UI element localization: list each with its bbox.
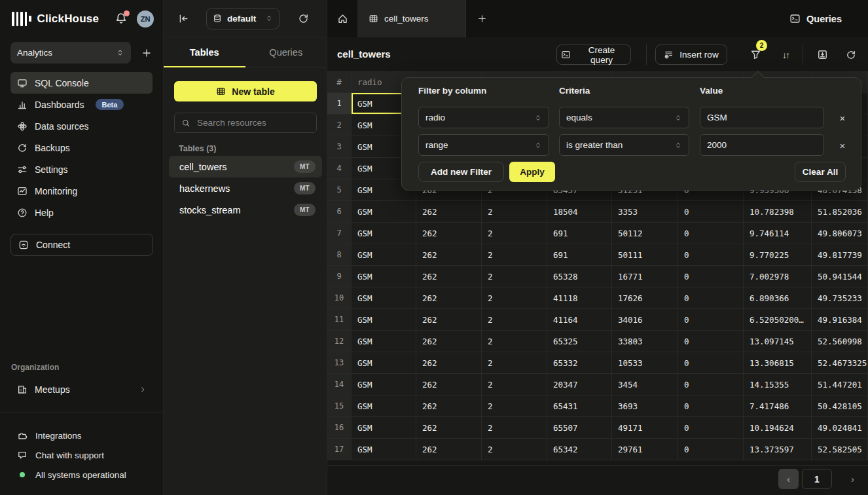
table-cell[interactable]: 49.806073	[812, 223, 868, 244]
table-cell[interactable]: 41164	[547, 309, 612, 331]
table-cell[interactable]: 50.941544	[812, 266, 868, 287]
table-cell[interactable]: 3353	[612, 201, 678, 223]
table-cell[interactable]: 9.770225	[744, 244, 812, 266]
table-cell[interactable]: 10.194624	[744, 417, 812, 439]
table-cell[interactable]: 52.560998	[812, 331, 868, 352]
table-cell[interactable]: 0	[678, 352, 744, 374]
sidebar-item-meetups[interactable]: Meetups	[10, 378, 153, 401]
table-cell[interactable]: 50.428105	[812, 395, 868, 417]
table-cell[interactable]: 262	[416, 266, 482, 287]
search-resources-input[interactable]	[196, 117, 310, 128]
clear-filters-button[interactable]: Clear All	[795, 162, 846, 182]
table-list-item-hackernews[interactable]: hackernewsMT	[169, 177, 322, 199]
add-workspace-button[interactable]	[141, 48, 152, 58]
table-cell[interactable]: 0	[678, 417, 744, 439]
table-cell[interactable]: 50112	[612, 223, 678, 244]
table-cell[interactable]: 2	[482, 395, 547, 417]
avatar[interactable]: ZN	[137, 10, 154, 28]
new-table-button[interactable]: New table	[174, 81, 317, 101]
table-cell[interactable]: 2	[482, 266, 547, 287]
table-cell[interactable]: 65332	[547, 352, 612, 374]
database-select[interactable]: default	[206, 8, 280, 29]
table-cell[interactable]: 6.890366	[744, 287, 812, 309]
table-cell[interactable]: 52.4673325	[812, 352, 868, 374]
tab-cell-towers[interactable]: cell_towers	[358, 0, 466, 37]
table-cell[interactable]: 262	[416, 287, 482, 309]
sidebar-item-monitoring[interactable]: Monitoring	[10, 180, 153, 202]
table-cell[interactable]: 14.15355	[744, 374, 812, 395]
table-cell[interactable]: 2	[482, 439, 547, 460]
table-cell[interactable]: 13.373597	[744, 439, 812, 460]
table-cell[interactable]: 49.817739	[812, 244, 868, 266]
table-cell[interactable]: 65431	[547, 395, 612, 417]
table-cell[interactable]: 17626	[612, 287, 678, 309]
filter-column-select[interactable]: radio	[418, 107, 549, 128]
sidebar-item-all-systems-operational[interactable]: All systems operational	[10, 465, 153, 485]
table-cell[interactable]: 262	[416, 201, 482, 223]
download-button[interactable]	[812, 45, 833, 65]
table-cell[interactable]: 2	[482, 201, 547, 223]
sidebar-item-backups[interactable]: Backups	[10, 137, 153, 158]
table-list-item-cell_towers[interactable]: cell_towersMT	[169, 156, 322, 177]
home-tab[interactable]	[327, 0, 358, 37]
table-cell[interactable]: 691	[547, 244, 612, 266]
table-cell[interactable]: 262	[416, 374, 482, 395]
tab-tables[interactable]: Tables	[164, 37, 245, 67]
table-cell[interactable]: 262	[416, 223, 482, 244]
table-cell[interactable]: 49.735233	[812, 287, 868, 309]
table-cell[interactable]: 3454	[612, 374, 678, 395]
table-cell[interactable]: 262	[416, 309, 482, 331]
table-cell[interactable]: GSM	[352, 374, 416, 395]
table-cell[interactable]: 20347	[547, 374, 612, 395]
apply-filters-button[interactable]: Apply	[509, 162, 555, 182]
table-cell[interactable]: 2	[482, 287, 547, 309]
remove-filter-button[interactable]: ×	[835, 138, 850, 153]
create-query-button[interactable]: Create query	[556, 45, 631, 65]
table-cell[interactable]: 51.852036	[812, 201, 868, 223]
collapse-panel-icon[interactable]	[178, 13, 189, 24]
table-cell[interactable]: 65328	[547, 266, 612, 287]
table-cell[interactable]: 0	[678, 331, 744, 352]
table-cell[interactable]: 691	[547, 223, 612, 244]
refresh-data-button[interactable]	[841, 45, 861, 65]
insert-row-button[interactable]: Insert row	[655, 45, 727, 65]
table-cell[interactable]: 13.097145	[744, 331, 812, 352]
table-cell[interactable]: GSM	[352, 287, 416, 309]
table-cell[interactable]: 6.52050200…	[744, 309, 812, 331]
table-cell[interactable]: 0	[678, 395, 744, 417]
table-cell[interactable]: 9.746114	[744, 223, 812, 244]
remove-filter-button[interactable]: ×	[835, 111, 850, 125]
table-cell[interactable]: 65342	[547, 439, 612, 460]
table-cell[interactable]: 29761	[612, 439, 678, 460]
refresh-tables-icon[interactable]	[298, 13, 309, 24]
table-cell[interactable]: 10533	[612, 352, 678, 374]
filter-value-input[interactable]: GSM	[700, 107, 824, 128]
sidebar-item-data-sources[interactable]: Data sources	[10, 115, 153, 137]
pagination-prev-button[interactable]: ‹	[778, 469, 799, 489]
connect-button[interactable]: Connect	[10, 234, 153, 256]
tab-queries[interactable]: Queries	[245, 37, 327, 67]
table-cell[interactable]: 2	[482, 331, 547, 352]
table-list-item-stocks_stream[interactable]: stocks_streamMT	[169, 199, 322, 221]
notifications-bell-icon[interactable]	[115, 12, 129, 26]
pagination-next-button[interactable]: ›	[842, 469, 863, 489]
table-cell[interactable]: 51.447201	[812, 374, 868, 395]
table-cell[interactable]: 2	[482, 417, 547, 439]
table-cell[interactable]: 0	[678, 266, 744, 287]
table-cell[interactable]: 0	[678, 374, 744, 395]
table-cell[interactable]: GSM	[352, 331, 416, 352]
filter-criteria-select[interactable]: equals	[559, 107, 689, 128]
table-cell[interactable]: GSM	[352, 395, 416, 417]
table-cell[interactable]: 0	[678, 287, 744, 309]
table-cell[interactable]: 34016	[612, 309, 678, 331]
table-cell[interactable]: 2	[482, 309, 547, 331]
filter-value-input[interactable]: 2000	[700, 134, 824, 156]
table-cell[interactable]: 262	[416, 244, 482, 266]
table-cell[interactable]: 0	[678, 439, 744, 460]
table-cell[interactable]: 262	[416, 331, 482, 352]
table-cell[interactable]: 41118	[547, 287, 612, 309]
table-cell[interactable]: 2	[482, 223, 547, 244]
table-cell[interactable]: 65507	[547, 417, 612, 439]
new-tab-button[interactable]	[466, 0, 497, 37]
table-cell[interactable]: GSM	[352, 223, 416, 244]
